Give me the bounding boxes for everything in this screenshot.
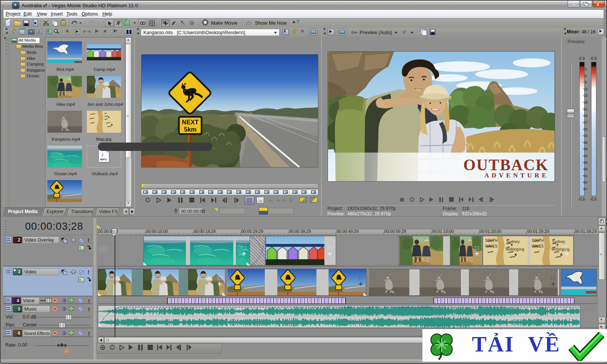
svg-text:OUTBACK: OUTBACK <box>463 156 549 174</box>
svg-text:5km: 5km <box>184 126 197 133</box>
svg-text:SOUTH: SOUTH <box>532 238 544 243</box>
svg-text:NEXT: NEXT <box>182 119 199 126</box>
svg-text:SOUTH: SOUTH <box>485 238 498 243</box>
svg-text:ADVENTURE: ADVENTURE <box>484 172 549 179</box>
svg-text:WALES: WALES <box>485 244 498 248</box>
svg-text:Sydney: Sydney <box>552 239 565 244</box>
svg-text:Sydney: Sydney <box>506 239 520 243</box>
svg-text:WALES: WALES <box>532 244 544 249</box>
svg-text:Wollongong: Wollongong <box>506 247 524 251</box>
